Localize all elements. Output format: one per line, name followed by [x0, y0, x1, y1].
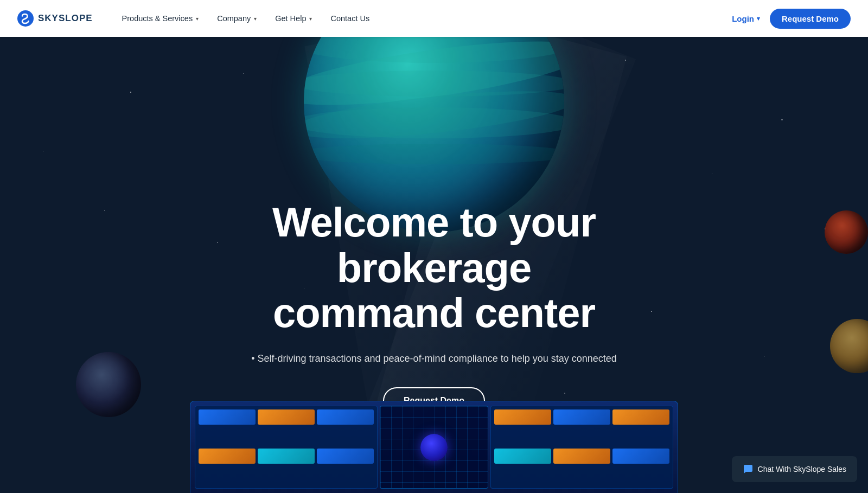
nav-get-help[interactable]: Get Help ▾ [267, 10, 320, 27]
dash-tile-3 [317, 409, 374, 425]
dash-tile-10 [494, 449, 551, 464]
login-dropdown-arrow: ▾ [757, 15, 760, 22]
products-dropdown-arrow: ▾ [196, 16, 199, 22]
hero-section: Welcome to your brokerage command center… [0, 37, 868, 493]
hero-subtitle: • Self-driving transactions and peace-of… [190, 351, 678, 367]
request-demo-header-button[interactable]: Request Demo [770, 9, 851, 29]
dashboard-panel [190, 401, 678, 493]
logo-icon [17, 10, 34, 27]
planet-small-left [76, 352, 141, 417]
dashboard-center [380, 406, 488, 489]
dash-tile-5 [258, 449, 315, 464]
hero-title: Welcome to your brokerage command center [190, 200, 678, 336]
header: SKYSLOPE Products & Services ▾ Company ▾… [0, 0, 868, 37]
nav-contact-us[interactable]: Contact Us [323, 10, 377, 27]
dash-tile-2 [258, 409, 315, 425]
dashboard-right [490, 406, 673, 489]
dashboard-bottom [190, 401, 678, 493]
hero-content: Welcome to your brokerage command center… [190, 200, 678, 414]
logo-text: SKYSLOPE [38, 13, 93, 24]
dash-tile-9 [612, 409, 669, 425]
nav: Products & Services ▾ Company ▾ Get Help… [114, 10, 732, 27]
dash-tile-12 [612, 449, 669, 464]
dash-tile-11 [553, 449, 610, 464]
dashboard-left [195, 406, 378, 489]
get-help-dropdown-arrow: ▾ [309, 16, 312, 22]
dash-tile-4 [199, 449, 256, 464]
nav-company[interactable]: Company ▾ [209, 10, 264, 27]
dash-tile-1 [199, 409, 256, 425]
login-button[interactable]: Login ▾ [732, 14, 760, 23]
nav-products-services[interactable]: Products & Services ▾ [114, 10, 207, 27]
chat-widget[interactable]: Chat With SkySlope Sales [732, 456, 857, 482]
center-orb [420, 434, 448, 461]
dash-tile-8 [553, 409, 610, 425]
logo[interactable]: SKYSLOPE [17, 10, 93, 27]
chat-icon [743, 464, 754, 475]
company-dropdown-arrow: ▾ [254, 16, 257, 22]
header-right: Login ▾ Request Demo [732, 9, 851, 29]
dash-tile-7 [494, 409, 551, 425]
planet-small-right [825, 210, 868, 254]
dash-tile-6 [317, 449, 374, 464]
